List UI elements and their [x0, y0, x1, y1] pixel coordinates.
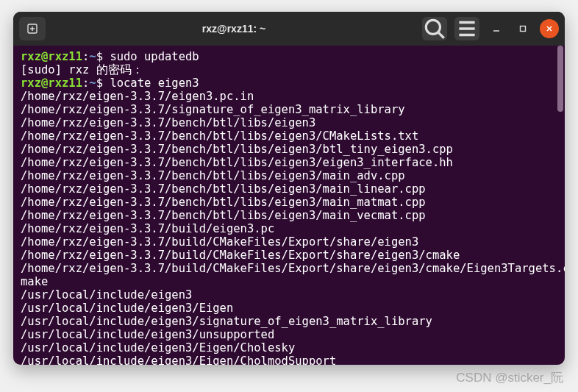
terminal-output-line: /home/rxz/eigen-3.3.7/build/eigen3.pc	[21, 222, 557, 235]
output-text: /home/rxz/eigen-3.3.7/bench/btl/libs/eig…	[21, 209, 426, 222]
terminal-output-line: /home/rxz/eigen-3.3.7/bench/btl/libs/eig…	[21, 196, 557, 209]
terminal-output-line: /home/rxz/eigen-3.3.7/eigen3.pc.in	[21, 90, 557, 103]
terminal-output-line: /home/rxz/eigen-3.3.7/signature_of_eigen…	[21, 103, 557, 116]
maximize-icon	[518, 24, 527, 33]
output-text: /usr/local/include/eigen3/Eigen/Cholesky	[21, 341, 295, 354]
prompt-dollar: $	[96, 50, 110, 63]
search-icon	[422, 16, 447, 41]
svg-rect-9	[521, 26, 526, 32]
output-text: /home/rxz/eigen-3.3.7/signature_of_eigen…	[21, 103, 405, 116]
prompt-at: @	[41, 76, 48, 90]
output-text: /usr/local/include/eigen3/unsupported	[21, 328, 274, 341]
terminal-output-line: /usr/local/include/eigen3/unsupported	[21, 328, 557, 341]
output-text: /home/rxz/eigen-3.3.7/bench/btl/libs/eig…	[21, 156, 453, 169]
terminal-output-line: /home/rxz/eigen-3.3.7/bench/btl/libs/eig…	[21, 116, 557, 129]
output-text: /home/rxz/eigen-3.3.7/build/eigen3.pc	[21, 222, 274, 235]
output-text: /usr/local/include/eigen3/signature_of_e…	[21, 315, 432, 328]
titlebar: rxz@rxz11: ~	[13, 12, 565, 46]
svg-point-3	[426, 20, 440, 34]
output-text: /home/rxz/eigen-3.3.7/build/CMakeFiles/E…	[21, 262, 565, 275]
prompt-host: rxz11	[48, 76, 82, 90]
terminal-output-line: /home/rxz/eigen-3.3.7/bench/btl/libs/eig…	[21, 156, 557, 169]
maximize-button[interactable]	[513, 19, 532, 38]
terminal-output-line: /home/rxz/eigen-3.3.7/bench/btl/libs/eig…	[21, 129, 557, 143]
prompt-user: rxz	[21, 76, 41, 90]
output-text: /home/rxz/eigen-3.3.7/bench/btl/libs/eig…	[21, 129, 418, 143]
terminal-output-line: /home/rxz/eigen-3.3.7/bench/btl/libs/eig…	[21, 182, 557, 196]
prompt-host: rxz11	[48, 50, 82, 63]
terminal-output-line: /usr/local/include/eigen3	[21, 288, 557, 302]
terminal-window: rxz@rxz11: ~	[13, 12, 565, 365]
output-text: /home/rxz/eigen-3.3.7/bench/btl/libs/eig…	[21, 182, 426, 196]
minimize-icon	[492, 24, 501, 33]
terminal-output-line: /usr/local/include/eigen3/Eigen	[21, 302, 557, 315]
terminal-command-line: rxz@rxz11:~$ locate eigen3	[21, 76, 557, 90]
terminal-output-line: /usr/local/include/eigen3/Eigen/CholmodS…	[21, 354, 557, 365]
output-text: /home/rxz/eigen-3.3.7/build/CMakeFiles/E…	[21, 249, 460, 262]
terminal-output-line: /home/rxz/eigen-3.3.7/build/CMakeFiles/E…	[21, 235, 557, 249]
terminal-output-line: /home/rxz/eigen-3.3.7/bench/btl/libs/eig…	[21, 143, 557, 156]
output-text: make	[21, 275, 48, 288]
window-controls	[422, 17, 559, 40]
terminal-output-line: /home/rxz/eigen-3.3.7/bench/btl/libs/eig…	[21, 169, 557, 182]
close-icon	[545, 24, 554, 33]
prompt-colon: :	[82, 76, 89, 90]
output-text: /usr/local/include/eigen3/Eigen	[21, 302, 233, 315]
terminal-output-line: /home/rxz/eigen-3.3.7/build/CMakeFiles/E…	[21, 249, 557, 262]
prompt-user: rxz	[21, 50, 41, 63]
watermark: CSDN @sticker_阮	[456, 369, 563, 386]
terminal-body[interactable]: rxz@rxz11:~$ sudo updatedb[sudo] rxz 的密码…	[13, 46, 565, 365]
new-tab-button[interactable]	[19, 17, 46, 40]
output-text: [sudo] rxz 的密码：	[21, 63, 143, 76]
prompt-colon: :	[82, 50, 89, 63]
output-text: /home/rxz/eigen-3.3.7/bench/btl/libs/eig…	[21, 196, 426, 209]
prompt-path: ~	[89, 50, 96, 63]
scrollbar-thumb[interactable]	[557, 46, 563, 112]
terminal-command-line: rxz@rxz11:~$ sudo updatedb	[21, 50, 557, 63]
output-text: /usr/local/include/eigen3/Eigen/CholmodS…	[21, 354, 336, 365]
terminal-output-line: /home/rxz/eigen-3.3.7/bench/btl/libs/eig…	[21, 209, 557, 222]
terminal-output-line: [sudo] rxz 的密码：	[21, 63, 557, 76]
search-button[interactable]	[422, 17, 447, 40]
window-title: rxz@rxz11: ~	[50, 23, 418, 35]
output-text: /usr/local/include/eigen3	[21, 288, 192, 302]
svg-line-4	[438, 32, 443, 38]
command-text: sudo updatedb	[110, 50, 199, 63]
terminal-output-line: make	[21, 275, 557, 288]
output-text: /home/rxz/eigen-3.3.7/bench/btl/libs/eig…	[21, 143, 453, 156]
output-text: /home/rxz/eigen-3.3.7/bench/btl/libs/eig…	[21, 116, 315, 129]
terminal-output-line: /usr/local/include/eigen3/Eigen/Cholesky	[21, 341, 557, 354]
command-text: locate eigen3	[110, 76, 199, 90]
prompt-dollar: $	[96, 76, 110, 90]
prompt-at: @	[41, 50, 48, 63]
output-text: /home/rxz/eigen-3.3.7/bench/btl/libs/eig…	[21, 169, 405, 182]
terminal-output-line: /home/rxz/eigen-3.3.7/build/CMakeFiles/E…	[21, 262, 557, 275]
output-text: /home/rxz/eigen-3.3.7/build/CMakeFiles/E…	[21, 235, 418, 249]
menu-button[interactable]	[454, 17, 479, 40]
hamburger-icon	[454, 16, 479, 41]
close-button[interactable]	[540, 19, 559, 38]
prompt-path: ~	[89, 76, 96, 90]
new-tab-icon	[26, 23, 38, 35]
terminal-output-line: /usr/local/include/eigen3/signature_of_e…	[21, 315, 557, 328]
minimize-button[interactable]	[487, 19, 506, 38]
output-text: /home/rxz/eigen-3.3.7/eigen3.pc.in	[21, 90, 254, 103]
